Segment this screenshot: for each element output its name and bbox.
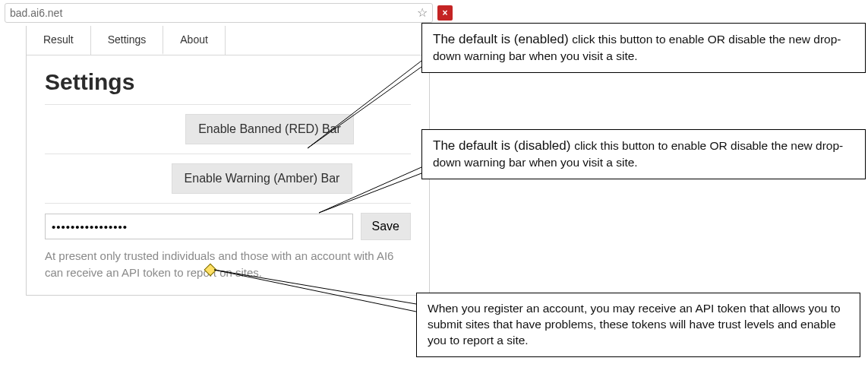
- browser-chrome: bad.ai6.net ☆ ×: [0, 0, 868, 24]
- tab-about[interactable]: About: [163, 26, 226, 55]
- enable-banned-button[interactable]: Enable Banned (RED) Bar: [185, 114, 354, 144]
- divider: [45, 104, 411, 105]
- tab-settings[interactable]: Settings: [91, 26, 164, 55]
- callout-disabled: The default is (disabled) click this but…: [421, 129, 866, 179]
- url-text: bad.ai6.net: [10, 7, 62, 19]
- callout-enabled: The default is (enabled) click this butt…: [421, 23, 866, 73]
- api-note-text: At present only trusted individuals and …: [45, 248, 411, 281]
- api-token-row: Save: [45, 213, 411, 240]
- extension-badge-icon[interactable]: ×: [437, 5, 453, 21]
- row-enable-banned: Enable Banned (RED) Bar: [45, 114, 411, 144]
- bookmark-star-icon[interactable]: ☆: [417, 7, 428, 19]
- tab-result[interactable]: Result: [27, 26, 91, 55]
- tab-bar: Result Settings About: [27, 26, 429, 55]
- callout-api-token: When you register an account, you may re…: [416, 293, 860, 357]
- callout-lead: The default is (disabled): [433, 138, 574, 153]
- divider: [45, 203, 411, 204]
- callout-lead: The default is (enabled): [433, 32, 572, 46]
- extension-popup: Result Settings About Settings Enable Ba…: [26, 26, 430, 296]
- callout-text: When you register an account, you may re…: [428, 302, 841, 347]
- api-token-input[interactable]: [45, 214, 353, 239]
- save-button[interactable]: Save: [361, 213, 411, 240]
- settings-panel: Settings Enable Banned (RED) Bar Enable …: [27, 55, 429, 295]
- page-title: Settings: [45, 69, 411, 95]
- address-bar[interactable]: bad.ai6.net ☆: [5, 3, 433, 23]
- row-enable-warning: Enable Warning (Amber) Bar: [45, 163, 411, 194]
- divider: [45, 154, 411, 154]
- enable-warning-button[interactable]: Enable Warning (Amber) Bar: [172, 163, 353, 194]
